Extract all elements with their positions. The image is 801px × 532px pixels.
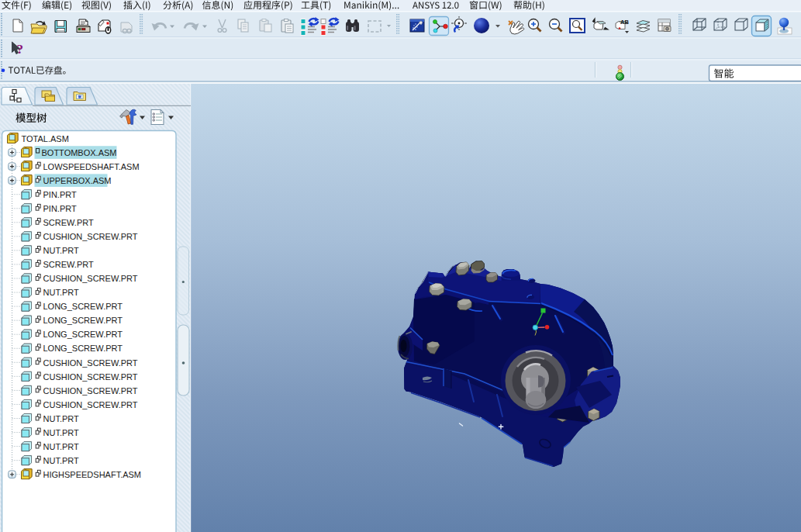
- svg-text:SCREW.PRT: SCREW.PRT: [43, 260, 94, 269]
- svg-text:LOWSPEEDSHAFT.ASM: LOWSPEEDSHAFT.ASM: [43, 162, 140, 171]
- svg-text:CUSHION_SCREW.PRT: CUSHION_SCREW.PRT: [43, 372, 138, 382]
- svg-text:LONG_SCREW.PRT: LONG_SCREW.PRT: [43, 316, 123, 325]
- svg-text:CUSHION_SCREW.PRT: CUSHION_SCREW.PRT: [43, 400, 138, 409]
- svg-text:LONG_SCREW.PRT: LONG_SCREW.PRT: [43, 344, 123, 353]
- svg-text:PIN.PRT: PIN.PRT: [43, 190, 77, 199]
- svg-text:CUSHION_SCREW.PRT: CUSHION_SCREW.PRT: [43, 386, 138, 396]
- svg-text:TOTAL.ASM: TOTAL.ASM: [22, 134, 69, 143]
- svg-text:CUSHION_SCREW.PRT: CUSHION_SCREW.PRT: [43, 358, 138, 368]
- svg-text:NUT.PRT: NUT.PRT: [43, 414, 80, 423]
- svg-text:PIN.PRT: PIN.PRT: [43, 204, 77, 213]
- svg-text:LONG_SCREW.PRT: LONG_SCREW.PRT: [43, 330, 123, 339]
- svg-text:LONG_SCREW.PRT: LONG_SCREW.PRT: [43, 302, 123, 311]
- svg-text:CUSHION_SCREW.PRT: CUSHION_SCREW.PRT: [43, 274, 138, 283]
- svg-text:NUT.PRT: NUT.PRT: [43, 442, 80, 451]
- svg-text:?: ?: [17, 42, 24, 57]
- svg-text:HIGHSPEEDSHAFT.ASM: HIGHSPEEDSHAFT.ASM: [43, 470, 142, 479]
- svg-text:SCREW.PRT: SCREW.PRT: [43, 218, 94, 227]
- svg-text:BOTTOMBOX.ASM: BOTTOMBOX.ASM: [42, 148, 117, 157]
- svg-text:CUSHION_SCREW.PRT: CUSHION_SCREW.PRT: [43, 232, 138, 241]
- svg-text:NUT.PRT: NUT.PRT: [43, 246, 80, 255]
- svg-text:NUT.PRT: NUT.PRT: [43, 456, 80, 465]
- svg-text:UPPERBOX.ASM: UPPERBOX.ASM: [43, 176, 112, 185]
- svg-text:AB: AB: [620, 19, 629, 26]
- svg-text:NUT.PRT: NUT.PRT: [43, 428, 80, 437]
- svg-text:NUT.PRT: NUT.PRT: [43, 288, 80, 297]
